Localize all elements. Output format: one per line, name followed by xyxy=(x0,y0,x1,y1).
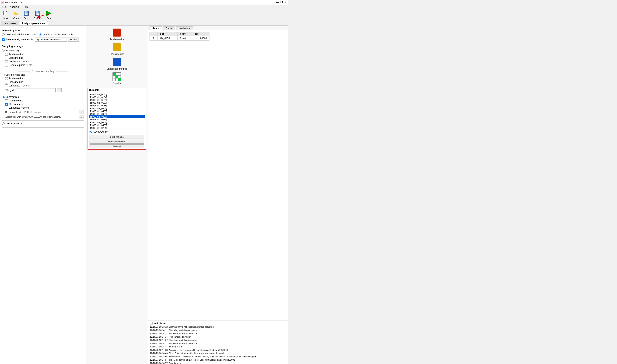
log-icon xyxy=(150,322,153,325)
tile-grid-input[interactable] xyxy=(15,88,55,92)
tile-grid-label: Tile grid: xyxy=(5,89,14,92)
browse-button[interactable]: Browse xyxy=(68,38,79,41)
ns-landscape-checkbox[interactable] xyxy=(5,60,8,63)
ns-generate-checkbox[interactable] xyxy=(5,64,8,66)
save-button[interactable]: Save xyxy=(22,10,31,20)
run-list-header: Run list: xyxy=(88,88,146,92)
ns-generate-row: Generate patch ID file xyxy=(5,64,84,66)
results-table: LID TYPE NP 1 tile_0455 forest 9.0000 xyxy=(150,32,209,40)
ut-patch-checkbox[interactable] xyxy=(5,99,8,102)
run-button[interactable]: Run xyxy=(44,10,53,20)
patch-metrics-button[interactable]: Patch metrics xyxy=(103,27,131,41)
run-list-item[interactable]: R-005 [tile_0184] xyxy=(89,96,145,99)
results-button[interactable]: Results xyxy=(103,72,131,85)
drop-selected-button[interactable]: Drop selected run xyxy=(90,140,144,143)
no-sampling-metrics: Patch metrics Class metrics Landscape me… xyxy=(5,53,84,66)
run-list-item[interactable]: R-005 [tile_0456] xyxy=(89,118,145,121)
up-class-checkbox[interactable] xyxy=(5,81,8,83)
user-provided-input[interactable] xyxy=(2,74,5,76)
right-tab-landscape[interactable]: Landscape xyxy=(176,26,193,30)
log-line: 12/18/23 10:14:57: Run 5 ended. xyxy=(150,362,286,364)
up-landscape-checkbox[interactable] xyxy=(5,84,8,87)
run-list-item[interactable]: R-005 [tile_0187] xyxy=(89,102,145,104)
svg-rect-4 xyxy=(25,11,27,13)
class-metrics-button[interactable]: Class metrics xyxy=(103,42,131,55)
side-length-text: Use a side length of 1000.00 meters. xyxy=(5,111,41,113)
right-tab-class[interactable]: Class xyxy=(163,26,175,30)
no-sampling-input[interactable] xyxy=(2,49,5,52)
run-list-item[interactable]: R-005 [tile_0452] xyxy=(89,107,145,110)
ns-class-checkbox[interactable] xyxy=(5,57,8,59)
ns-patch-checkbox[interactable] xyxy=(5,53,8,56)
radio-8cell[interactable]: Use 8 cell neighborhood rule xyxy=(39,33,73,36)
tab-analysis-parameters[interactable]: Analysis parameters xyxy=(19,21,48,25)
accept-text: Accept tiles with a maximum 100.00% of b… xyxy=(5,116,61,118)
radio-8cell-input[interactable] xyxy=(39,33,42,36)
ut-class-checkbox[interactable] xyxy=(5,103,8,106)
close-button[interactable]: ✕ xyxy=(284,1,287,4)
moving-window-radio[interactable]: Moving window xyxy=(2,122,84,125)
landscape-metrics-button[interactable]: Landscape metrics xyxy=(103,57,131,70)
log-line: 12/18/23 10:14:57: Tile ID file saved as… xyxy=(150,358,286,362)
run-list-item[interactable]: R-005 [tile_0454] xyxy=(89,113,145,116)
log-line: 12/18/23 10:14:11: Model consistency che… xyxy=(150,332,286,335)
run-list-item[interactable]: R-005 [tile_0721] xyxy=(89,127,145,129)
drop-all-button[interactable]: Drop all xyxy=(90,144,144,148)
run-list-item[interactable]: R-005 [tile_0188] xyxy=(89,104,145,107)
accept-dots[interactable]: ... xyxy=(79,115,84,119)
tab-input-layers[interactable]: Input layers xyxy=(1,21,19,25)
menu-analysis[interactable]: Analysis xyxy=(8,5,21,9)
open-icon xyxy=(13,10,19,17)
ns-landscape-label: Landscape metrics xyxy=(9,60,29,63)
run-list-item[interactable]: R-005 [tile_0185] xyxy=(89,99,145,102)
right-tab-patch[interactable]: Patch xyxy=(150,26,162,30)
landscape-icon xyxy=(112,57,122,67)
activity-log-header: Activity log xyxy=(150,322,286,325)
run-list-item[interactable]: R-005 [tile_0455] xyxy=(89,116,145,118)
save-path-input[interactable]: ragstats\results\testResult xyxy=(35,38,67,41)
log-line: 12/18/23 10:14:38: Starting run 5. xyxy=(150,345,286,349)
side-length-dots[interactable]: ... xyxy=(79,110,84,114)
maximize-button[interactable]: ❐ xyxy=(280,1,283,4)
uniform-tiles-input[interactable] xyxy=(2,96,5,98)
cell-np: 9.0000 xyxy=(193,36,209,40)
radio-8cell-label: Use 8 cell neighborhood rule xyxy=(42,33,73,36)
results-table-area: LID TYPE NP 1 tile_0455 forest 9.0000 xyxy=(148,30,288,320)
auto-save-checkbox[interactable] xyxy=(2,38,5,41)
menu-help[interactable]: Help xyxy=(21,5,30,9)
neighborhood-radio-group: Use 4 cell neighborhood rule Use 8 cell … xyxy=(2,33,84,36)
class-icon xyxy=(112,42,122,52)
auto-save-row: Automatically save results ragstats\resu… xyxy=(2,38,84,41)
run-icon xyxy=(46,10,52,17)
radio-4cell[interactable]: Use 4 cell neighborhood rule xyxy=(2,33,36,36)
up-patch-checkbox[interactable] xyxy=(5,77,8,80)
run-list-box[interactable]: R-005 [tile_0183]R-005 [tile_0184]R-005 … xyxy=(89,93,145,129)
run-list-item[interactable]: R-005 [tile_0458] xyxy=(89,124,145,127)
radio-4cell-input[interactable] xyxy=(2,33,5,36)
no-sampling-radio[interactable]: No sampling xyxy=(2,49,84,52)
menu-file[interactable]: File xyxy=(0,5,8,9)
save-run-as-button[interactable]: Save run as... xyxy=(90,135,144,139)
activity-log-title: Activity log xyxy=(154,322,166,324)
save-adj-checkbox[interactable] xyxy=(90,130,92,133)
run-list-item[interactable]: R-005 [tile_0183] xyxy=(89,93,145,96)
results-label: Results xyxy=(113,82,121,85)
ut-landscape-checkbox[interactable] xyxy=(5,107,8,109)
minimize-button[interactable]: — xyxy=(276,1,279,4)
open-button[interactable]: Open xyxy=(12,10,20,20)
patch-metrics-label: Patch metrics xyxy=(110,38,124,41)
saveas-button[interactable]: + Save as xyxy=(32,10,43,20)
run-list-item[interactable]: R-005 [tile_0453] xyxy=(89,110,145,113)
run-list-item[interactable]: R-005 [tile_0457] xyxy=(89,121,145,124)
tile-grid-dots-button[interactable]: ... xyxy=(57,88,62,92)
log-line: 12/18/23 10:14:37: Checking model consis… xyxy=(150,338,286,342)
new-button[interactable]: New xyxy=(1,10,10,20)
svg-text:+: + xyxy=(38,14,39,16)
run-label: Run xyxy=(47,17,51,19)
uniform-tiles-radio[interactable]: Uniform tiles xyxy=(2,96,84,98)
run-list-controls: Save ADJ file Save run as... Drop select… xyxy=(88,130,146,149)
svg-rect-5 xyxy=(25,13,27,15)
ns-patch-label: Patch metrics xyxy=(9,53,23,56)
user-provided-radio[interactable]: User provided tiles xyxy=(2,74,84,76)
moving-window-input[interactable] xyxy=(2,122,5,125)
